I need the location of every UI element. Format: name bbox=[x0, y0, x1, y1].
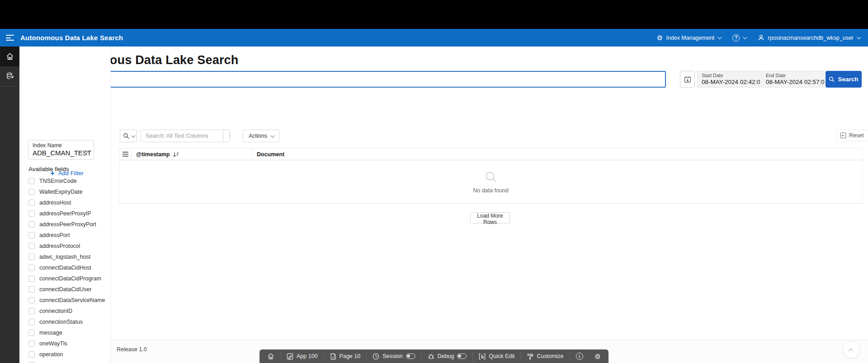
checkbox[interactable] bbox=[28, 351, 35, 358]
field-item[interactable]: addressPeerProxyPort bbox=[28, 219, 110, 230]
checkbox[interactable] bbox=[28, 319, 35, 325]
dev-info-button[interactable]: i bbox=[570, 349, 589, 363]
checkbox[interactable] bbox=[28, 265, 35, 271]
appbar-right: ⚙ Index Management ? rposinacmansearchdb… bbox=[657, 34, 860, 42]
field-item[interactable]: adwc_logstash_host bbox=[28, 251, 110, 262]
search-icon bbox=[123, 133, 129, 139]
help-icon: ? bbox=[732, 34, 740, 42]
dev-quick-edit-button[interactable]: Quick Edit bbox=[473, 349, 521, 363]
start-date-label: Start Date bbox=[702, 73, 760, 78]
field-item[interactable]: connectionStatus bbox=[28, 316, 110, 327]
checkbox[interactable] bbox=[28, 275, 35, 282]
dev-customize-label: Customize bbox=[537, 353, 563, 359]
field-label: addressPort bbox=[39, 232, 70, 238]
timestamp-column-header[interactable]: @timestamp bbox=[131, 149, 252, 160]
field-label: connectionID bbox=[39, 308, 72, 314]
dev-settings-button[interactable]: ⚙ bbox=[589, 349, 607, 363]
dev-page-label: Page 10 bbox=[340, 353, 361, 359]
debug-toggle[interactable] bbox=[458, 354, 467, 359]
field-label: addressHost bbox=[39, 200, 71, 206]
dev-session-label: Session bbox=[382, 353, 402, 359]
paint-roller-icon bbox=[527, 353, 533, 360]
release-label: Release 1.0 bbox=[117, 346, 147, 353]
field-item[interactable]: connectionID bbox=[28, 306, 110, 316]
checkbox[interactable] bbox=[28, 340, 35, 347]
document-column-header[interactable]: Document bbox=[252, 149, 863, 160]
field-label: adwc_logstash_host bbox=[39, 254, 90, 260]
dev-customize-button[interactable]: Customize bbox=[521, 349, 569, 363]
index-management-menu[interactable]: ⚙ Index Management bbox=[657, 34, 721, 41]
help-menu[interactable]: ? bbox=[732, 34, 746, 42]
checkbox[interactable] bbox=[28, 232, 35, 238]
dev-app-button[interactable]: App 100 bbox=[281, 349, 324, 363]
dev-session-button[interactable]: Session bbox=[367, 349, 421, 363]
checkbox[interactable] bbox=[28, 297, 35, 303]
screen: Autonomous Data Lake Search ⚙ Index Mana… bbox=[0, 0, 868, 363]
field-item[interactable]: connectDataCidHost bbox=[28, 262, 110, 273]
field-item[interactable]: connectDataCidProgram bbox=[28, 273, 110, 284]
index-name-select[interactable]: Index Name ADB_CMAN_TEST bbox=[28, 140, 94, 160]
dev-debug-label: Debug bbox=[438, 353, 454, 359]
field-item[interactable]: connectDataServiceName bbox=[28, 295, 110, 306]
available-fields-list: TNSErrorCode WalletExpiryDate addressHos… bbox=[28, 176, 110, 363]
reset-button[interactable]: Reset bbox=[835, 130, 868, 141]
field-item[interactable]: TNSErrorCode bbox=[28, 176, 110, 186]
scroll-to-top-button[interactable] bbox=[843, 341, 860, 358]
actions-button[interactable]: Actions bbox=[243, 130, 279, 142]
nav-data-admin-item[interactable] bbox=[0, 66, 19, 86]
field-item[interactable]: oneWayTls bbox=[28, 338, 110, 349]
report-search-options-button[interactable] bbox=[120, 130, 137, 142]
checkbox[interactable] bbox=[28, 200, 35, 206]
field-item[interactable]: path bbox=[28, 360, 110, 363]
checkbox[interactable] bbox=[28, 286, 35, 293]
report-toolbar: Go Actions bbox=[120, 130, 279, 142]
search-text-field[interactable]: Search Text bbox=[54, 71, 666, 88]
checkbox[interactable] bbox=[28, 189, 35, 195]
start-date-value: 08-MAY-2024 02:42:06 bbox=[702, 79, 760, 85]
field-item[interactable]: connectDataCidUser bbox=[28, 284, 110, 295]
field-item[interactable]: addressProtocol bbox=[28, 241, 110, 251]
database-wrench-icon bbox=[6, 72, 14, 80]
calendar-download-icon bbox=[684, 76, 691, 83]
session-toggle[interactable] bbox=[406, 354, 415, 359]
empty-message: No data found bbox=[473, 187, 509, 194]
nav-home-item[interactable] bbox=[0, 47, 19, 66]
grid-header-row: @timestamp Document bbox=[119, 148, 863, 160]
field-item[interactable]: addressPeerProxyIP bbox=[28, 208, 110, 219]
report-search-group: Go bbox=[141, 130, 230, 142]
checkbox[interactable] bbox=[28, 308, 35, 314]
go-button[interactable]: Go bbox=[223, 130, 230, 142]
checkbox[interactable] bbox=[28, 330, 35, 336]
dev-home-button[interactable] bbox=[261, 349, 280, 363]
chevron-down-icon bbox=[270, 133, 275, 138]
field-label: addressProtocol bbox=[39, 243, 80, 249]
search-field-body[interactable]: Search Text bbox=[65, 72, 665, 87]
field-item[interactable]: addressPort bbox=[28, 230, 110, 241]
checkbox[interactable] bbox=[28, 254, 35, 260]
user-icon bbox=[758, 34, 764, 41]
user-menu[interactable]: rposinacmansearchdb_wksp_user bbox=[758, 34, 860, 41]
date-range-picker-button[interactable] bbox=[680, 71, 695, 88]
checkbox[interactable] bbox=[28, 210, 35, 217]
dev-debug-button[interactable]: Debug bbox=[422, 349, 473, 363]
start-date-field[interactable]: Start Date 08-MAY-2024 02:42:06 bbox=[697, 71, 760, 88]
dev-page-button[interactable]: Page 10 bbox=[324, 349, 367, 363]
checkbox[interactable] bbox=[28, 243, 35, 249]
app-header-bar: Autonomous Data Lake Search ⚙ Index Mana… bbox=[0, 29, 868, 47]
end-date-value: 08-MAY-2024 02:57:06 bbox=[766, 79, 824, 85]
field-label: operation bbox=[39, 351, 63, 358]
end-date-field[interactable]: End Date 08-MAY-2024 02:57:06 bbox=[761, 71, 825, 88]
load-more-rows-button[interactable]: Load More Rows bbox=[470, 212, 510, 223]
field-item[interactable]: message bbox=[28, 327, 110, 338]
field-item[interactable]: WalletExpiryDate bbox=[28, 186, 110, 197]
checkbox[interactable] bbox=[28, 221, 35, 228]
row-actions-column-header[interactable] bbox=[119, 149, 131, 160]
checkbox[interactable] bbox=[28, 178, 35, 184]
bug-icon bbox=[428, 353, 434, 360]
gear-icon: ⚙ bbox=[657, 34, 663, 41]
field-item[interactable]: operation bbox=[28, 349, 110, 360]
report-search-input[interactable] bbox=[141, 130, 223, 142]
nav-menu-icon[interactable] bbox=[6, 35, 15, 41]
field-item[interactable]: addressHost bbox=[28, 197, 110, 208]
search-button[interactable]: Search bbox=[826, 71, 862, 88]
